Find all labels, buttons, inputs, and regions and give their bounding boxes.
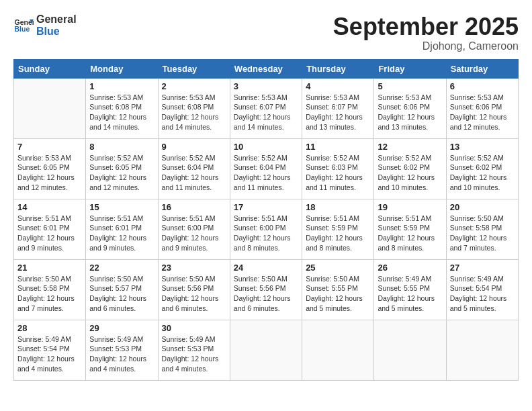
day-header-saturday: Saturday — [446, 59, 518, 78]
calendar-cell: 19Sunrise: 5:51 AM Sunset: 5:59 PM Dayli… — [374, 199, 446, 259]
cell-info: Sunrise: 5:50 AM Sunset: 5:58 PM Dayligh… — [17, 274, 82, 314]
cell-date: 3 — [234, 81, 298, 91]
day-header-tuesday: Tuesday — [158, 59, 230, 78]
logo: General Blue General Blue — [13, 13, 77, 37]
cell-info: Sunrise: 5:50 AM Sunset: 5:56 PM Dayligh… — [162, 274, 226, 314]
cell-info: Sunrise: 5:53 AM Sunset: 6:07 PM Dayligh… — [306, 93, 370, 132]
cell-date: 16 — [162, 202, 226, 212]
calendar-cell: 25Sunrise: 5:50 AM Sunset: 5:55 PM Dayli… — [302, 259, 374, 320]
cell-date: 14 — [17, 202, 82, 212]
calendar-cell: 12Sunrise: 5:52 AM Sunset: 6:02 PM Dayli… — [374, 138, 446, 199]
calendar-cell: 14Sunrise: 5:51 AM Sunset: 6:01 PM Dayli… — [14, 199, 86, 259]
cell-date: 9 — [162, 142, 226, 152]
calendar-cell: 27Sunrise: 5:49 AM Sunset: 5:54 PM Dayli… — [446, 259, 518, 320]
calendar-table: SundayMondayTuesdayWednesdayThursdayFrid… — [13, 59, 519, 381]
cell-date: 6 — [450, 81, 515, 91]
location: Djohong, Cameroon — [333, 40, 519, 52]
cell-date: 8 — [89, 142, 154, 152]
calendar-cell: 24Sunrise: 5:50 AM Sunset: 5:56 PM Dayli… — [230, 259, 302, 320]
calendar-cell: 7Sunrise: 5:53 AM Sunset: 6:05 PM Daylig… — [14, 138, 86, 199]
calendar-cell — [14, 78, 86, 138]
logo-blue: Blue — [36, 26, 77, 38]
calendar-cell: 2Sunrise: 5:53 AM Sunset: 6:08 PM Daylig… — [158, 78, 230, 138]
cell-date: 12 — [378, 142, 442, 152]
calendar-cell: 13Sunrise: 5:52 AM Sunset: 6:02 PM Dayli… — [446, 138, 518, 199]
cell-date: 2 — [162, 81, 226, 91]
calendar-cell: 26Sunrise: 5:49 AM Sunset: 5:55 PM Dayli… — [374, 259, 446, 320]
cell-info: Sunrise: 5:52 AM Sunset: 6:04 PM Dayligh… — [234, 153, 298, 193]
page-header: General Blue General Blue September 2025… — [13, 13, 519, 52]
cell-info: Sunrise: 5:50 AM Sunset: 5:55 PM Dayligh… — [306, 274, 370, 314]
calendar-cell: 11Sunrise: 5:52 AM Sunset: 6:03 PM Dayli… — [302, 138, 374, 199]
calendar-cell: 6Sunrise: 5:53 AM Sunset: 6:06 PM Daylig… — [446, 78, 518, 138]
cell-info: Sunrise: 5:51 AM Sunset: 6:00 PM Dayligh… — [234, 214, 298, 253]
calendar-cell: 1Sunrise: 5:53 AM Sunset: 6:08 PM Daylig… — [86, 78, 158, 138]
cell-info: Sunrise: 5:50 AM Sunset: 5:57 PM Dayligh… — [89, 274, 154, 314]
day-header-wednesday: Wednesday — [230, 59, 302, 78]
cell-info: Sunrise: 5:51 AM Sunset: 5:59 PM Dayligh… — [306, 214, 370, 253]
day-header-thursday: Thursday — [302, 59, 374, 78]
calendar-cell: 29Sunrise: 5:49 AM Sunset: 5:53 PM Dayli… — [86, 320, 158, 380]
logo-icon: General Blue — [13, 15, 34, 36]
cell-info: Sunrise: 5:49 AM Sunset: 5:54 PM Dayligh… — [17, 334, 82, 374]
cell-date: 4 — [306, 81, 370, 91]
title-block: September 2025 Djohong, Cameroon — [333, 13, 519, 52]
cell-date: 13 — [450, 142, 515, 152]
cell-info: Sunrise: 5:53 AM Sunset: 6:08 PM Dayligh… — [89, 93, 154, 132]
cell-date: 18 — [306, 202, 370, 212]
cell-info: Sunrise: 5:53 AM Sunset: 6:06 PM Dayligh… — [378, 93, 442, 132]
cell-info: Sunrise: 5:51 AM Sunset: 6:00 PM Dayligh… — [162, 214, 226, 253]
week-row-4: 21Sunrise: 5:50 AM Sunset: 5:58 PM Dayli… — [14, 259, 519, 320]
calendar-cell — [374, 320, 446, 380]
cell-date: 1 — [89, 81, 154, 91]
calendar-cell: 23Sunrise: 5:50 AM Sunset: 5:56 PM Dayli… — [158, 259, 230, 320]
day-header-sunday: Sunday — [14, 59, 86, 78]
cell-date: 23 — [162, 263, 226, 273]
cell-info: Sunrise: 5:53 AM Sunset: 6:06 PM Dayligh… — [450, 93, 515, 132]
calendar-cell: 20Sunrise: 5:50 AM Sunset: 5:58 PM Dayli… — [446, 199, 518, 259]
calendar-cell: 30Sunrise: 5:49 AM Sunset: 5:53 PM Dayli… — [158, 320, 230, 380]
cell-date: 19 — [378, 202, 442, 212]
cell-info: Sunrise: 5:53 AM Sunset: 6:08 PM Dayligh… — [162, 93, 226, 132]
cell-info: Sunrise: 5:52 AM Sunset: 6:03 PM Dayligh… — [306, 153, 370, 193]
week-row-2: 7Sunrise: 5:53 AM Sunset: 6:05 PM Daylig… — [14, 138, 519, 199]
cell-info: Sunrise: 5:49 AM Sunset: 5:54 PM Dayligh… — [450, 274, 515, 314]
calendar-cell — [302, 320, 374, 380]
cell-info: Sunrise: 5:52 AM Sunset: 6:04 PM Dayligh… — [162, 153, 226, 193]
days-header-row: SundayMondayTuesdayWednesdayThursdayFrid… — [14, 59, 519, 78]
logo-general: General — [36, 13, 77, 26]
cell-date: 20 — [450, 202, 515, 212]
calendar-cell: 10Sunrise: 5:52 AM Sunset: 6:04 PM Dayli… — [230, 138, 302, 199]
calendar-cell: 9Sunrise: 5:52 AM Sunset: 6:04 PM Daylig… — [158, 138, 230, 199]
cell-date: 17 — [234, 202, 298, 212]
cell-date: 29 — [89, 323, 154, 333]
cell-date: 22 — [89, 263, 154, 273]
week-row-3: 14Sunrise: 5:51 AM Sunset: 6:01 PM Dayli… — [14, 199, 519, 259]
cell-info: Sunrise: 5:52 AM Sunset: 6:02 PM Dayligh… — [450, 153, 515, 193]
calendar-cell: 8Sunrise: 5:52 AM Sunset: 6:05 PM Daylig… — [86, 138, 158, 199]
calendar-cell: 5Sunrise: 5:53 AM Sunset: 6:06 PM Daylig… — [374, 78, 446, 138]
cell-info: Sunrise: 5:50 AM Sunset: 5:58 PM Dayligh… — [450, 214, 515, 253]
cell-info: Sunrise: 5:51 AM Sunset: 6:01 PM Dayligh… — [89, 214, 154, 253]
cell-info: Sunrise: 5:51 AM Sunset: 6:01 PM Dayligh… — [17, 214, 82, 253]
cell-date: 5 — [378, 81, 442, 91]
calendar-cell — [230, 320, 302, 380]
svg-text:Blue: Blue — [15, 25, 30, 33]
calendar-cell: 4Sunrise: 5:53 AM Sunset: 6:07 PM Daylig… — [302, 78, 374, 138]
week-row-5: 28Sunrise: 5:49 AM Sunset: 5:54 PM Dayli… — [14, 320, 519, 380]
calendar-cell: 28Sunrise: 5:49 AM Sunset: 5:54 PM Dayli… — [14, 320, 86, 380]
cell-info: Sunrise: 5:52 AM Sunset: 6:02 PM Dayligh… — [378, 153, 442, 193]
cell-info: Sunrise: 5:50 AM Sunset: 5:56 PM Dayligh… — [234, 274, 298, 314]
cell-info: Sunrise: 5:53 AM Sunset: 6:07 PM Dayligh… — [234, 93, 298, 132]
cell-date: 15 — [89, 202, 154, 212]
calendar-cell: 18Sunrise: 5:51 AM Sunset: 5:59 PM Dayli… — [302, 199, 374, 259]
cell-date: 10 — [234, 142, 298, 152]
cell-date: 21 — [17, 263, 82, 273]
month-title: September 2025 — [333, 13, 519, 40]
cell-info: Sunrise: 5:52 AM Sunset: 6:05 PM Dayligh… — [89, 153, 154, 193]
cell-date: 26 — [378, 263, 442, 273]
calendar-cell: 21Sunrise: 5:50 AM Sunset: 5:58 PM Dayli… — [14, 259, 86, 320]
cell-date: 11 — [306, 142, 370, 152]
calendar-cell: 15Sunrise: 5:51 AM Sunset: 6:01 PM Dayli… — [86, 199, 158, 259]
cell-date: 28 — [17, 323, 82, 333]
